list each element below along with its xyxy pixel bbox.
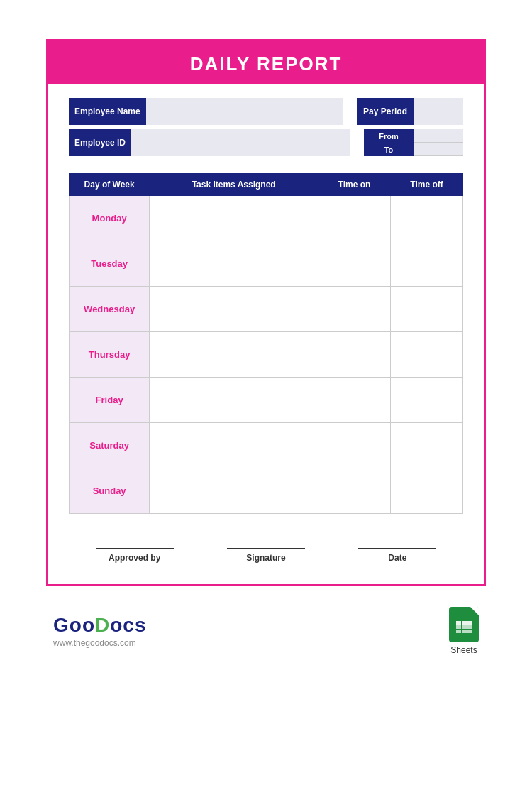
task-cell[interactable] [150,378,318,423]
header-row-2: Employee ID From To [69,129,463,156]
task-cell[interactable] [150,332,318,378]
time-off-cell[interactable] [391,423,463,468]
sheets-label: Sheets [450,645,477,655]
header-section: Employee Name Pay Period Employee ID Fro… [69,98,463,160]
time-on-cell[interactable] [318,287,391,332]
day-cell: Saturday [70,423,150,468]
from-label: From [364,129,414,143]
sheets-icon: Sheets [449,607,479,655]
pay-period-group: Pay Period [357,98,463,125]
employee-name-label: Employee Name [69,98,146,125]
table-row: Tuesday [70,241,463,287]
brand-d: D [95,614,110,636]
table-row: Wednesday [70,287,463,332]
employee-name-input[interactable] [146,98,343,125]
col-task-items: Task Items Assigned [150,174,318,196]
time-on-cell[interactable] [318,332,391,378]
approved-by-group: Approved by [96,548,174,563]
from-input[interactable] [414,129,463,143]
signature-label: Signature [246,553,285,563]
approved-by-line [96,548,174,549]
brand-url: www.thegoodocs.com [53,638,146,648]
grid-cell [467,630,472,633]
grid-cell [462,630,467,633]
grid-cell [467,625,472,629]
schedule-table: Day of Week Task Items Assigned Time on … [69,173,463,514]
col-day-of-week: Day of Week [70,174,150,196]
table-row: Friday [70,378,463,423]
time-off-cell[interactable] [391,287,463,332]
grid-cell [456,621,461,625]
to-input[interactable] [414,143,463,156]
grid-cell [456,630,461,633]
to-label: To [364,143,414,156]
brand-ocs: ocs [110,614,146,636]
approved-by-label: Approved by [109,553,160,563]
task-cell[interactable] [150,468,318,514]
sheets-icon-box [449,607,479,642]
day-cell: Thursday [70,332,150,378]
brand-goo: Goo [53,614,95,636]
table-row: Sunday [70,468,463,514]
signature-section: Approved by Signature Date [69,542,463,563]
grid-cell [462,621,467,625]
time-off-cell[interactable] [391,378,463,423]
task-cell[interactable] [150,423,318,468]
time-on-cell[interactable] [318,196,391,241]
time-on-cell[interactable] [318,241,391,287]
task-cell[interactable] [150,287,318,332]
time-on-cell[interactable] [318,468,391,514]
sheets-grid [456,621,472,633]
col-time-off: Time off [391,174,463,196]
table-header-row: Day of Week Task Items Assigned Time on … [70,174,463,196]
day-cell: Sunday [70,468,150,514]
date-group: Date [358,548,436,563]
day-cell: Friday [70,378,150,423]
time-on-cell[interactable] [318,423,391,468]
employee-id-input[interactable] [131,129,350,156]
date-line [358,548,436,549]
brand-left: GooDocs www.thegoodocs.com [53,614,146,648]
time-off-cell[interactable] [391,241,463,287]
day-cell: Tuesday [70,241,150,287]
from-to-group: From To [364,129,463,156]
signature-line [227,548,305,549]
footer-branding: GooDocs www.thegoodocs.com Sheets [46,607,486,655]
grid-cell [462,625,467,629]
time-off-cell[interactable] [391,196,463,241]
grid-cell [467,621,472,625]
header-row-1: Employee Name Pay Period [69,98,463,125]
col-time-on: Time on [318,174,391,196]
report-title: DAILY REPORT [48,45,484,84]
day-cell: Monday [70,196,150,241]
table-row: Thursday [70,332,463,378]
table-row: Saturday [70,423,463,468]
pay-period-label: Pay Period [357,98,414,125]
time-off-cell[interactable] [391,332,463,378]
pay-period-input[interactable] [414,98,463,125]
date-label: Date [388,553,406,563]
day-cell: Wednesday [70,287,150,332]
task-cell[interactable] [150,241,318,287]
time-on-cell[interactable] [318,378,391,423]
brand-logo: GooDocs [53,614,146,637]
grid-cell [456,625,461,629]
table-row: Monday [70,196,463,241]
employee-id-label: Employee ID [69,129,131,156]
task-cell[interactable] [150,196,318,241]
signature-group: Signature [227,548,305,563]
time-off-cell[interactable] [391,468,463,514]
